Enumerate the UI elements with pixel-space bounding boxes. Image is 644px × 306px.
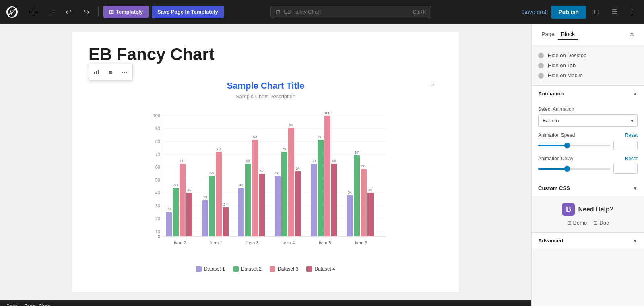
radio-hide-desktop[interactable]: [538, 53, 544, 58]
svg-rect-30: [180, 164, 186, 236]
panel-close-button[interactable]: ×: [626, 29, 638, 40]
animation-select[interactable]: FadeIn FadeOut SlideIn Bounce: [538, 114, 638, 127]
chart-wrapper: 100 90 80 70 60 50 40 30 20 10 0: [97, 108, 435, 262]
svg-rect-41: [223, 207, 229, 236]
save-page-templately-button[interactable]: Save Page In Templately: [152, 6, 224, 18]
svg-text:60: 60: [155, 165, 160, 170]
animation-section-header[interactable]: Animation ▲: [532, 86, 644, 101]
speed-label: Animation Speed: [538, 132, 575, 138]
custom-css-section: Custom CSS ▼: [532, 180, 644, 196]
svg-text:40: 40: [173, 183, 178, 187]
svg-rect-62: [311, 164, 317, 236]
visibility-hide-mobile: Hide on Mobile: [538, 70, 638, 81]
chart-legend: Dataset 1 Dataset 2 Dataset 3 Dataset 4: [97, 266, 435, 272]
legend-dataset4: Dataset 4: [306, 266, 335, 272]
demo-label: Demo: [573, 220, 587, 226]
visibility-hide-tab: Hide on Tab: [538, 60, 638, 70]
advanced-title: Advanced: [538, 238, 563, 244]
more-options-button[interactable]: ⋮: [625, 5, 639, 19]
svg-text:Item 6: Item 6: [355, 240, 367, 245]
doc-label: Doc: [599, 220, 609, 226]
undo-button[interactable]: ↩: [61, 5, 76, 19]
tools-button[interactable]: [43, 5, 58, 19]
svg-rect-37: [209, 176, 215, 236]
svg-text:36: 36: [368, 188, 372, 192]
speed-input[interactable]: [613, 141, 638, 150]
svg-text:56: 56: [361, 164, 365, 168]
legend-label-3: Dataset 3: [278, 266, 298, 272]
chart-description: Sample Chart Description: [97, 93, 435, 99]
tab-page[interactable]: Page: [538, 29, 558, 40]
advanced-section-header[interactable]: Advanced ▼: [532, 233, 644, 248]
svg-text:60: 60: [246, 159, 250, 163]
animation-section-body: Select Animation FadeIn FadeOut SlideIn …: [532, 101, 644, 180]
page-title: EB Fancy Chart: [89, 44, 443, 64]
breadcrumb-page[interactable]: Page: [6, 304, 18, 306]
delay-reset-button[interactable]: Reset: [625, 156, 638, 161]
svg-text:50: 50: [210, 171, 214, 175]
publish-button[interactable]: Publish: [551, 6, 586, 19]
svg-text:40: 40: [239, 183, 243, 187]
legend-label-1: Dataset 1: [204, 266, 225, 272]
svg-rect-35: [202, 200, 208, 236]
svg-text:0: 0: [158, 234, 160, 239]
legend-color-2: [233, 266, 239, 272]
svg-text:Item 4: Item 4: [283, 240, 295, 245]
svg-text:Item 5: Item 5: [319, 240, 331, 245]
need-help-section: B Need Help? ⊡ Demo ⊡ Doc: [532, 196, 644, 233]
radio-hide-tab[interactable]: [538, 63, 544, 68]
breadcrumb-current: Fancy Chart: [24, 304, 50, 306]
save-templately-label: Save Page In Templately: [157, 9, 218, 15]
chart-menu-icon[interactable]: ≡: [431, 81, 435, 88]
speed-slider-thumb[interactable]: [564, 143, 570, 148]
animation-toggle-icon: ▲: [633, 91, 638, 97]
svg-text:90: 90: [155, 126, 160, 131]
svg-rect-46: [245, 164, 251, 236]
breadcrumb: Page › Fancy Chart: [0, 300, 531, 306]
speed-slider-row: [538, 141, 638, 150]
hide-mobile-label: Hide on Mobile: [548, 72, 583, 79]
add-block-button[interactable]: [26, 5, 40, 19]
wordpress-logo[interactable]: [5, 5, 19, 19]
main-layout: EB Fancy Chart ≡ ⋯ ≡ Sample Chart Title …: [0, 24, 644, 306]
templately-icon: ⊞: [109, 9, 114, 15]
demo-link[interactable]: ⊡ Demo: [567, 220, 587, 226]
redo-button[interactable]: ↪: [79, 5, 93, 19]
panel-header: Page Block ×: [532, 24, 644, 45]
svg-rect-71: [347, 195, 353, 236]
svg-rect-32: [186, 193, 192, 236]
tab-block[interactable]: Block: [558, 29, 578, 40]
radio-hide-mobile[interactable]: [538, 73, 544, 79]
advanced-section: Advanced ▼: [532, 233, 644, 248]
speed-slider-fill: [538, 145, 567, 146]
svg-text:50: 50: [155, 178, 160, 182]
svg-rect-68: [331, 164, 337, 236]
svg-rect-59: [295, 171, 301, 236]
legend-dataset2: Dataset 2: [233, 266, 262, 272]
toolbar-right: Save draft Publish ⊡ ☰ ⋮: [522, 5, 639, 19]
demo-icon: ⊡: [567, 220, 572, 226]
svg-rect-64: [318, 140, 324, 236]
animation-section-title: Animation: [538, 91, 564, 97]
editor-area: EB Fancy Chart ≡ ⋯ ≡ Sample Chart Title …: [0, 24, 531, 306]
search-input[interactable]: [284, 9, 409, 15]
editor-icon-button[interactable]: ⊡: [589, 5, 604, 19]
delay-input[interactable]: [613, 164, 638, 174]
save-draft-button[interactable]: Save draft: [522, 9, 548, 15]
legend-color-3: [270, 266, 275, 272]
doc-icon: ⊡: [593, 220, 598, 226]
svg-text:30: 30: [203, 195, 207, 199]
speed-reset-button[interactable]: Reset: [625, 132, 638, 138]
animation-select-wrapper: FadeIn FadeOut SlideIn Bounce ▼: [538, 114, 638, 127]
templately-button[interactable]: ⊞ Templately: [103, 6, 149, 18]
doc-link[interactable]: ⊡ Doc: [593, 220, 609, 226]
delay-slider-thumb[interactable]: [564, 166, 570, 172]
need-help-icon: B: [562, 203, 575, 216]
custom-css-header[interactable]: Custom CSS ▼: [532, 180, 644, 196]
svg-text:80: 80: [155, 139, 160, 144]
delay-slider-row: [538, 164, 638, 174]
delay-slider-fill: [538, 168, 567, 170]
legend-color-1: [196, 266, 202, 272]
settings-button[interactable]: ☰: [607, 5, 621, 19]
toolbar-divider-1: [98, 7, 99, 17]
